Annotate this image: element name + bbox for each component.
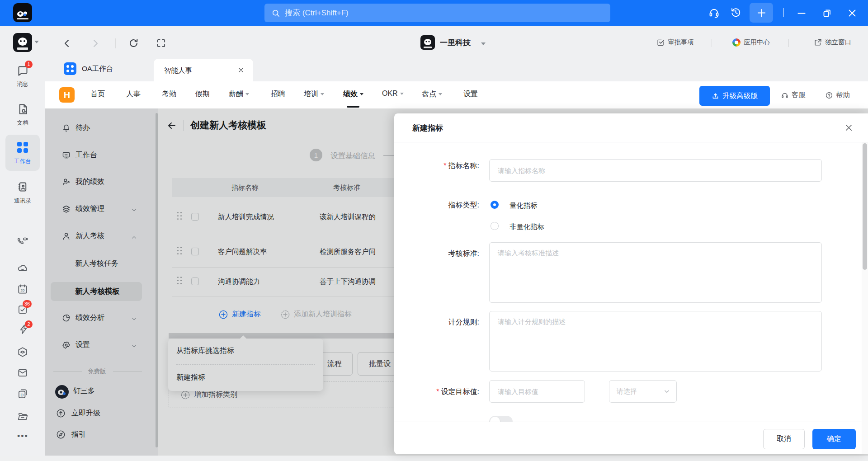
radio-non-quantitative-label[interactable]: 非量化指标	[509, 222, 545, 232]
todo-badge: 36	[23, 300, 32, 308]
svg-text:20: 20	[20, 288, 25, 292]
app-center-icon	[732, 38, 741, 47]
help-button[interactable]: 帮助	[825, 90, 850, 100]
video-call-icon[interactable]	[17, 235, 28, 247]
svg-text:D: D	[20, 393, 24, 397]
chevron-down-icon	[400, 93, 404, 95]
modal-header-divider	[394, 142, 868, 142]
chevron-down-icon	[360, 93, 363, 95]
forward-icon[interactable]	[90, 38, 101, 49]
standalone-window-label: 独立窗口	[825, 38, 851, 47]
radio-non-quantitative[interactable]	[491, 222, 499, 230]
field-label-standard: 考核标准:	[398, 249, 479, 259]
modal-scrollbar-thumb[interactable]	[863, 143, 867, 270]
modal-scrollbar-track[interactable]	[862, 142, 868, 454]
nav-divider	[115, 38, 116, 48]
chevron-down-icon	[439, 93, 442, 95]
headset-icon[interactable]	[708, 6, 720, 19]
standard-textarea[interactable]	[489, 242, 822, 303]
hr-nav-home[interactable]: 首页	[90, 89, 105, 99]
radio-quantitative[interactable]	[491, 201, 499, 209]
search-placeholder: 搜索 (Ctrl+Shift+F)	[285, 8, 349, 18]
calendar-icon[interactable]: 20	[17, 283, 28, 295]
indicator-name-input[interactable]	[489, 159, 822, 182]
minimize-icon[interactable]	[796, 7, 807, 19]
help-icon	[825, 91, 833, 99]
dock-contacts-label[interactable]: 通讯录	[0, 197, 45, 205]
app-center-button[interactable]: 应用中心	[732, 38, 770, 47]
radio-quantitative-label[interactable]: 量化指标	[509, 201, 538, 211]
unit-select[interactable]: 请选择	[609, 380, 677, 403]
back-icon[interactable]	[61, 38, 72, 49]
rule-textarea[interactable]	[489, 311, 822, 372]
tab-close-icon[interactable]	[237, 66, 245, 74]
tab-smart-hr[interactable]: 智能人事	[154, 59, 253, 81]
app-logo[interactable]	[13, 3, 32, 22]
cloud-icon[interactable]	[17, 262, 28, 274]
title-bar: 搜索 (Ctrl+Shift+F)	[0, 0, 868, 26]
hr-nav-leave[interactable]: 假期	[195, 89, 210, 99]
active-nav-underline	[347, 106, 359, 108]
chevron-down-icon	[664, 388, 670, 395]
support-button[interactable]: 客服	[781, 90, 806, 100]
standalone-window-button[interactable]: 独立窗口	[814, 38, 851, 47]
hr-nav-attendance[interactable]: 考勤	[162, 89, 176, 99]
cancel-button[interactable]: 取消	[763, 429, 805, 449]
confirm-button[interactable]: 确定	[812, 429, 856, 449]
window-bottom-strip	[0, 456, 868, 461]
approve-check-icon	[656, 38, 665, 47]
cube-icon[interactable]	[17, 346, 28, 358]
company-switch-caret[interactable]	[481, 42, 486, 45]
app-window: 搜索 (Ctrl+Shift+F)	[0, 0, 868, 461]
oa-tab-icon	[64, 62, 76, 75]
workbench-grid-icon[interactable]	[17, 142, 28, 153]
hr-nav-recruit[interactable]: 招聘	[271, 89, 285, 99]
tab-oa-workbench[interactable]: OA工作台	[64, 62, 113, 75]
hr-nav-performance-active[interactable]: 绩效	[343, 89, 363, 99]
new-indicator-modal: 新建指标 *指标名称: 指标类型: 量化指标 非量化指标 考核标准: 计分规则:…	[394, 113, 868, 454]
hr-app-bar: H 首页 人事 考勤 假期 薪酬 招聘 培训 绩效 OKR 盘点 设置 升级高级…	[45, 81, 868, 108]
support-headset-icon	[781, 91, 789, 99]
folder-icon[interactable]	[17, 410, 28, 422]
dock-item-workbench-active-bg[interactable]	[5, 135, 40, 171]
modal-close-icon[interactable]	[844, 122, 854, 133]
mail-icon[interactable]	[17, 367, 28, 379]
ding-doc-icon[interactable]: D	[17, 388, 28, 400]
hr-nav-people[interactable]: 人事	[126, 89, 141, 99]
restore-icon[interactable]	[821, 7, 833, 19]
fullscreen-icon[interactable]	[156, 38, 166, 48]
company-name[interactable]: 一里科技	[440, 38, 471, 48]
dock-item-docs[interactable]	[17, 103, 29, 115]
dock-messages-label[interactable]: 消息	[0, 80, 45, 88]
new-window-button[interactable]	[750, 3, 773, 23]
tab-oa-label: OA工作台	[82, 64, 113, 74]
contacts-icon	[17, 181, 29, 193]
field-label-type: 指标类型:	[398, 201, 479, 210]
target-value-input[interactable]	[489, 380, 585, 403]
titlebar-divider	[783, 8, 784, 17]
approve-items-button[interactable]: 审批事项	[656, 38, 694, 47]
modal-footer: 取消 确定	[394, 422, 868, 454]
hr-nav-settings[interactable]: 设置	[463, 89, 478, 99]
chrome-divider2	[788, 39, 789, 47]
support-label: 客服	[792, 90, 806, 100]
refresh-icon[interactable]	[128, 38, 139, 49]
hr-nav-okr[interactable]: OKR	[382, 89, 404, 98]
history-icon[interactable]	[730, 6, 742, 19]
dock-item-contacts[interactable]	[17, 181, 29, 193]
dock-docs-label[interactable]: 文档	[0, 119, 45, 127]
dock-workbench-label[interactable]: 工作台	[0, 158, 45, 165]
global-search-input[interactable]: 搜索 (Ctrl+Shift+F)	[264, 4, 610, 22]
dock-more-icon[interactable]: •••	[17, 432, 28, 441]
app-center-label: 应用中心	[744, 38, 770, 47]
close-window-icon[interactable]	[846, 7, 858, 19]
hr-nav-inventory[interactable]: 盘点	[422, 89, 442, 99]
modal-title: 新建指标	[412, 123, 443, 133]
unit-select-placeholder: 请选择	[617, 387, 637, 396]
help-label: 帮助	[836, 90, 850, 100]
hr-nav-training[interactable]: 培训	[304, 89, 324, 99]
popout-window-icon	[814, 38, 822, 47]
hr-nav-salary[interactable]: 薪酬	[229, 89, 249, 99]
upgrade-premium-button[interactable]: 升级高级版	[699, 86, 770, 106]
field-label-rule: 计分规则:	[398, 318, 479, 327]
